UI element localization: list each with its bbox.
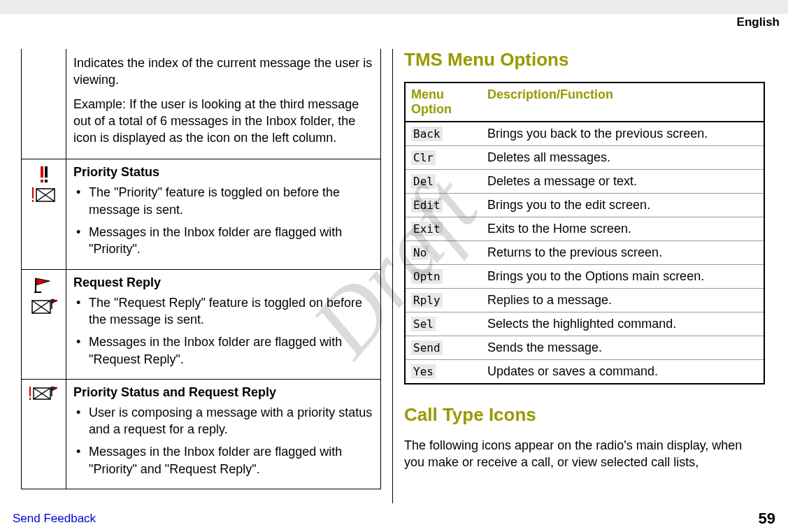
menu-opt: Sel [411,317,436,331]
menu-option-header: Menu Option [405,82,482,122]
list-item: User is composing a message with a prior… [73,404,373,438]
menu-desc: Selects the highlighted command. [482,312,764,336]
table-row: ClrDeletes all messages. [405,146,764,170]
menu-desc-header: Description/Function [482,82,764,122]
menu-desc: Deletes a message or text. [482,170,764,194]
priority-reply-desc-cell: Priority Status and Request Reply User i… [66,379,381,489]
reply-envelope-flag-icon [31,298,57,316]
table-row: DelDeletes a message or text. [405,170,764,194]
left-column: Indicates the index of the current messa… [10,49,393,503]
priority-reply-envelope-icon [29,387,59,402]
priority-icons-cell [22,159,66,269]
reply-desc-cell: Request Reply The "Request Reply" featur… [66,269,381,379]
language-label: English [737,15,780,29]
intro-cell: Indicates the index of the current messa… [66,49,381,159]
top-grey-bar [0,0,788,14]
tms-heading: TMS Menu Options [404,49,765,71]
page-content: Indicates the index of the current messa… [0,14,788,503]
intro-line2: Example: If the user is looking at the t… [73,96,373,147]
page-footer: Send Feedback 59 [0,510,788,528]
table-row: Priority Status and Request Reply User i… [22,379,381,489]
list-item: Messages in the Inbox folder are flagged… [73,443,373,477]
svg-rect-4 [32,187,34,199]
table-row: NoReturns to the previous screen. [405,241,764,265]
svg-marker-9 [36,278,50,285]
list-item: The "Priority" feature is toggled on bef… [73,184,373,218]
priority-title: Priority Status [73,165,373,180]
table-row: YesUpdates or saves a command. [405,360,764,384]
table-row: EditBrings you to the edit screen. [405,194,764,217]
menu-opt: Del [411,174,436,189]
menu-desc: Brings you back to the previous screen. [482,122,764,146]
menu-opt: Send [411,340,443,355]
menu-opt: Optn [411,269,443,284]
intro-line1: Indicates the index of the current messa… [73,55,373,89]
menu-opt: No [411,245,429,260]
menu-opt: Rply [411,293,443,308]
svg-rect-0 [41,166,43,178]
table-row: BackBrings you back to the previous scre… [405,122,764,146]
menu-opt: Exit [411,222,443,236]
right-column: TMS Menu Options Menu Option Description… [393,49,776,503]
icon-definitions-table: Indicates the index of the current messa… [21,49,381,489]
menu-desc: Brings you to the Options main screen. [482,265,764,289]
reply-icons-cell [22,269,66,379]
table-row: ExitExits to the Home screen. [405,217,764,241]
list-item: Messages in the Inbox folder are flagged… [73,224,373,258]
priority-desc-cell: Priority Status The "Priority" feature i… [66,159,381,269]
call-type-intro: The following icons appear on the radio'… [404,437,765,471]
svg-rect-3 [45,180,48,182]
table-row: Request Reply The "Request Reply" featur… [22,269,381,379]
menu-desc: Returns to the previous screen. [482,241,764,265]
priority-reply-title: Priority Status and Request Reply [73,385,373,400]
priority-reply-icons-cell [22,379,66,489]
tms-menu-table: Menu Option Description/Function BackBri… [404,82,765,384]
list-item: Messages in the Inbox folder are flagged… [73,333,373,368]
menu-desc: Exits to the Home screen. [482,217,764,241]
svg-rect-1 [41,180,43,182]
call-type-heading: Call Type Icons [404,404,765,426]
table-row: SelSelects the highlighted command. [405,312,764,336]
menu-opt: Yes [411,364,436,379]
menu-opt: Clr [411,150,436,165]
send-feedback-link[interactable]: Send Feedback [13,512,96,526]
menu-desc: Sends the message. [482,336,764,360]
page-number: 59 [759,510,775,528]
menu-desc: Replies to a message. [482,289,764,312]
reply-flag-icon [34,277,54,294]
table-row: OptnBrings you to the Options main scree… [405,265,764,289]
menu-desc: Brings you to the edit screen. [482,194,764,217]
svg-marker-15 [52,299,57,303]
svg-marker-22 [52,387,57,391]
svg-rect-18 [29,398,31,400]
svg-rect-17 [29,387,31,396]
menu-opt: Back [411,127,443,141]
reply-title: Request Reply [73,275,373,290]
icon-cell-empty [22,49,66,159]
svg-rect-5 [32,200,34,202]
table-row: Priority Status The "Priority" feature i… [22,159,381,269]
table-row: RplyReplies to a message. [405,289,764,312]
menu-opt: Edit [411,198,443,213]
priority-exclaim-icon [38,166,50,183]
table-row: SendSends the message. [405,336,764,360]
menu-desc: Updates or saves a command. [482,360,764,384]
list-item: The "Request Reply" feature is toggled o… [73,294,373,329]
priority-envelope-icon [32,187,56,203]
menu-desc: Deletes all messages. [482,146,764,170]
svg-rect-2 [45,166,48,178]
